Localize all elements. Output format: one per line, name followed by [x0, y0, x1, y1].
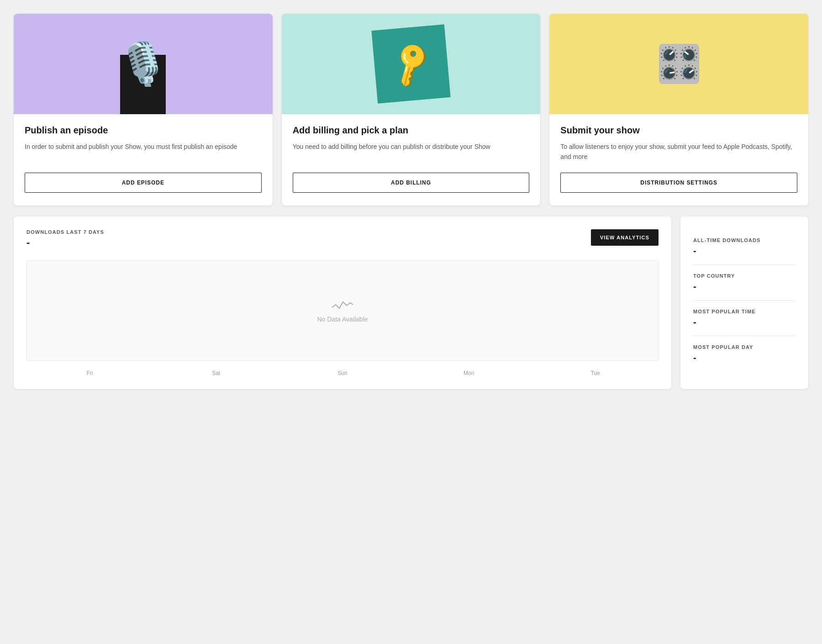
card-title-submit: Submit your show: [560, 125, 797, 136]
no-data-text: No Data Available: [317, 316, 368, 323]
no-data-chart-icon: [331, 298, 354, 312]
submit-show-card: 🎛️ Submit your show To allow listeners t…: [549, 14, 808, 206]
publish-episode-card: 🎙️ Publish an episode In order to submit…: [14, 14, 273, 206]
add-billing-button[interactable]: ADD BILLING: [293, 173, 530, 193]
stat-most-popular-day: MOST POPULAR DAY -: [693, 336, 796, 371]
stat-top-country: TOP COUNTRY -: [693, 265, 796, 301]
card-image-microphone: 🎙️: [14, 14, 273, 114]
stat-label-popular-day: MOST POPULAR DAY: [693, 344, 796, 350]
cards-row: 🎙️ Publish an episode In order to submit…: [14, 14, 808, 206]
card-desc-publish: In order to submit and publish your Show…: [25, 142, 262, 162]
controller-icon: 🎛️: [656, 42, 702, 85]
card-image-controller: 🎛️: [549, 14, 808, 114]
xaxis-label-mon: Mon: [406, 370, 532, 376]
microphone-icon: 🎙️: [117, 40, 169, 88]
card-desc-billing: You need to add billing before you can p…: [293, 142, 530, 162]
analytics-header: DOWNLOADS LAST 7 DAYS - VIEW ANALYTICS: [26, 229, 659, 257]
xaxis-label-sat: Sat: [153, 370, 279, 376]
view-analytics-button[interactable]: VIEW ANALYTICS: [591, 229, 659, 246]
card-desc-submit: To allow listeners to enjoy your show, s…: [560, 142, 797, 162]
bottom-row: DOWNLOADS LAST 7 DAYS - VIEW ANALYTICS N…: [14, 216, 808, 389]
chart-area: No Data Available: [26, 260, 659, 361]
stat-most-popular-time: MOST POPULAR TIME -: [693, 301, 796, 336]
stat-all-time-downloads: ALL-TIME DOWNLOADS -: [693, 229, 796, 265]
add-episode-button[interactable]: ADD EPISODE: [25, 173, 262, 193]
xaxis-label-tue: Tue: [532, 370, 659, 376]
chart-xaxis: Fri Sat Sun Mon Tue: [26, 366, 659, 378]
stat-label-all-time: ALL-TIME DOWNLOADS: [693, 238, 796, 243]
stats-panel: ALL-TIME DOWNLOADS - TOP COUNTRY - MOST …: [680, 216, 808, 389]
card-title-publish: Publish an episode: [25, 125, 262, 136]
analytics-panel: DOWNLOADS LAST 7 DAYS - VIEW ANALYTICS N…: [14, 216, 671, 389]
xaxis-label-fri: Fri: [26, 370, 153, 376]
add-billing-card: 🔑 Add billing and pick a plan You need t…: [282, 14, 541, 206]
stat-value-all-time: -: [693, 246, 796, 256]
card-title-billing: Add billing and pick a plan: [293, 125, 530, 136]
stat-value-top-country: -: [693, 281, 796, 292]
distribution-settings-button[interactable]: DISTRIBUTION SETTINGS: [560, 173, 797, 193]
stat-label-top-country: TOP COUNTRY: [693, 273, 796, 279]
analytics-panel-value: -: [26, 237, 104, 248]
stat-value-popular-time: -: [693, 317, 796, 327]
xaxis-label-sun: Sun: [279, 370, 406, 376]
stat-value-popular-day: -: [693, 353, 796, 363]
card-image-key: 🔑: [282, 14, 541, 114]
analytics-panel-label: DOWNLOADS LAST 7 DAYS: [26, 229, 104, 235]
stat-label-popular-time: MOST POPULAR TIME: [693, 309, 796, 314]
